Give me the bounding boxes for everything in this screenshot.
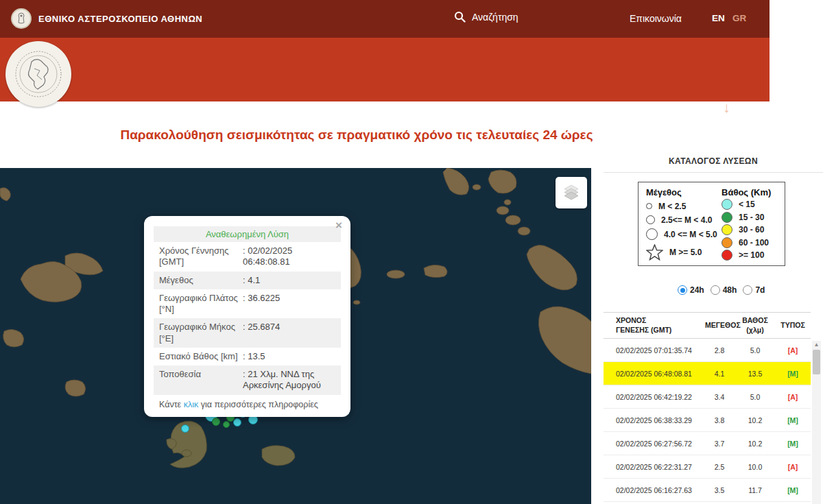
- table-cell: 02/02/2025 06:22:31.27: [604, 463, 705, 471]
- legend-depth-label: 15 - 30: [739, 213, 764, 222]
- table-cell: 13.5: [734, 370, 776, 378]
- popup-footer-text2: για περισσότερες πληροφορίες: [198, 400, 318, 409]
- table-header-cell: ΒΑΘΟΣ(χλμ): [734, 316, 776, 335]
- legend-magnitude-item: M < 2.5: [646, 202, 721, 211]
- lang-gr-link[interactable]: GR: [732, 13, 746, 23]
- earthquake-marker[interactable]: [233, 418, 241, 427]
- depth-color-icon: [721, 237, 732, 248]
- table-cell: 10.0: [734, 463, 776, 471]
- legend-depth-item: 60 - 100: [721, 237, 778, 248]
- earthquake-marker[interactable]: [181, 424, 189, 433]
- earthquake-marker[interactable]: [223, 421, 230, 428]
- table-cell: 2.8: [705, 346, 734, 355]
- table-body: 02/02/2025 07:01:35.742.85.0[A]02/02/202…: [604, 339, 811, 502]
- popup-row: Εστιακό Βάθος [km]: 13.5: [154, 348, 341, 365]
- table-cell: 3.8: [705, 416, 734, 424]
- seismicity-map[interactable]: × Αναθεωρημένη Λύση Χρόνος Γέννησης [GMT…: [0, 168, 591, 504]
- legend-depth-item: < 15: [721, 199, 778, 210]
- popup-row: Γεωγραφικό Μήκος [°E]: 25.6874: [154, 318, 341, 348]
- magnitude-circle-icon: [646, 215, 655, 224]
- scrollbar-up-icon[interactable]: ▲: [812, 341, 821, 349]
- map-layers-button[interactable]: [556, 177, 587, 208]
- search-button[interactable]: Αναζήτηση: [454, 11, 518, 23]
- star-icon: [646, 244, 663, 261]
- popup-row-value: : 36.6225: [243, 293, 337, 315]
- close-icon[interactable]: ×: [335, 219, 342, 231]
- radio-selected-dot: [680, 288, 685, 293]
- legend-magnitude-label: M < 2.5: [658, 202, 686, 211]
- nav-item-3[interactable]: Δίκτυα & Εξοπλισμός: [549, 102, 642, 113]
- table-row[interactable]: 02/02/2025 06:42:19.223.45.0[A]: [604, 385, 811, 409]
- more-info-link[interactable]: κλικ: [184, 400, 199, 409]
- table-cell: 11.7: [734, 486, 776, 494]
- scrollbar-thumb[interactable]: [813, 350, 820, 374]
- earthquake-marker[interactable]: [212, 418, 220, 426]
- magnitude-circle-icon: [646, 203, 652, 209]
- table-cell: 02/02/2025 06:27:56.72: [604, 440, 705, 448]
- legend-magnitude-item: 2.5<= M < 4.0: [646, 215, 721, 225]
- nav-item-4[interactable]: Νέα: [674, 102, 691, 113]
- table-scrollbar[interactable]: ▲: [812, 341, 821, 504]
- table-cell: [M]: [776, 440, 809, 448]
- table-row[interactable]: 02/02/2025 07:01:35.742.85.0[A]: [604, 339, 811, 362]
- institute-seal-logo[interactable]: [5, 41, 71, 107]
- table-row[interactable]: 02/02/2025 06:38:33.293.810.2[M]: [604, 409, 811, 432]
- time-filter-radio-7d[interactable]: [743, 285, 752, 295]
- search-icon: [454, 11, 466, 23]
- table-cell: 5.0: [734, 346, 776, 355]
- legend-depth-item: >= 100: [721, 250, 778, 261]
- legend-depth-label: 30 - 60: [739, 225, 764, 235]
- popup-row-value: : 02/02/2025 06:48:08.81: [243, 245, 337, 268]
- popup-row-label: Γεωγραφικό Μήκος [°E]: [159, 322, 243, 344]
- time-filter-label[interactable]: 7d: [755, 285, 765, 295]
- depth-color-icon: [721, 212, 732, 223]
- time-filter-label[interactable]: 48h: [723, 285, 737, 295]
- table-cell: 02/02/2025 06:42:19.22: [604, 393, 705, 401]
- popup-row-label: Χρόνος Γέννησης [GMT]: [159, 245, 243, 268]
- table-row[interactable]: 02/02/2025 06:27:56.723.710.2[M]: [604, 432, 811, 455]
- top-bar: ΕΘΝΙΚΟ ΑΣΤΕΡΟΣΚΟΠΕΙΟ ΑΘΗΝΩΝ Αναζήτηση Επ…: [0, 0, 770, 38]
- legend-depth-item: 30 - 60: [721, 224, 778, 235]
- legend-depth-column: Βάθος (Km) < 1515 - 3030 - 6060 - 100>= …: [721, 187, 778, 261]
- table-row[interactable]: 02/02/2025 06:16:27.633.511.7[M]: [604, 479, 811, 502]
- table-cell: [A]: [776, 393, 809, 401]
- catalog-title: ΚΑΤΑΛΟΓΟΣ ΛΥΣΕΩΝ: [604, 156, 823, 166]
- nav-item-2[interactable]: Υπηρεσίες: [470, 102, 517, 113]
- table-cell: 02/02/2025 06:48:08.81: [604, 370, 705, 378]
- legend-magnitude-label: 2.5<= M < 4.0: [661, 215, 712, 225]
- legend-depth-label: 60 - 100: [739, 238, 769, 248]
- search-label: Αναζήτηση: [472, 12, 518, 23]
- table-cell: [M]: [776, 370, 809, 378]
- table-cell: 3.5: [705, 486, 734, 494]
- observatory-seal-icon: [14, 12, 28, 25]
- legend-magnitude-item: M >= 5.0: [646, 244, 721, 261]
- observatory-logo[interactable]: [11, 8, 32, 29]
- table-header-cell: ΧΡΟΝΟΣΓΕΝΕΣΗΣ (GMT): [604, 316, 705, 335]
- time-filter-label[interactable]: 24h: [690, 285, 704, 295]
- nav-item-0[interactable]: Γεωδυναμικό Ινστιτούτο: [269, 102, 373, 113]
- lang-en-link[interactable]: EN: [712, 13, 725, 23]
- time-filter-radio-48h[interactable]: [711, 285, 720, 295]
- table-cell: 02/02/2025 06:16:27.63: [604, 486, 705, 494]
- contact-link[interactable]: Επικοινωνία: [630, 13, 682, 24]
- time-filter-radio-24h[interactable]: [678, 285, 687, 295]
- institute-name: ΓΕΩΔΥΝΑΜΙΚΟ ΙΝΣΤΙΤΟΥΤΟ: [77, 101, 226, 114]
- org-name: ΕΘΝΙΚΟ ΑΣΤΕΡΟΣΚΟΠΕΙΟ ΑΘΗΝΩΝ: [38, 14, 202, 24]
- nav-item-1[interactable]: Έρευνα: [405, 102, 439, 113]
- legend-box: Μέγεθος M < 2.52.5<= M < 4.04.0 <= M < 5…: [638, 182, 785, 266]
- legend-magnitude-label: M >= 5.0: [669, 248, 702, 257]
- legend-magnitude-item: 4.0 <= M < 5.0: [646, 228, 721, 240]
- scroll-down-arrow-icon[interactable]: ↓: [723, 99, 730, 116]
- table-row[interactable]: 02/02/2025 06:22:31.272.510.0[A]: [604, 455, 811, 479]
- earthquake-popup: × Αναθεωρημένη Λύση Χρόνος Γέννησης [GMT…: [144, 216, 350, 417]
- popup-row-value: : 13.5: [243, 351, 337, 362]
- popup-row-label: Τοποθεσία: [159, 369, 243, 392]
- legend-magnitude-column: Μέγεθος M < 2.52.5<= M < 4.04.0 <= M < 5…: [646, 187, 721, 261]
- popup-row: Μέγεθος: 4.1: [154, 272, 341, 289]
- table-cell: 3.4: [705, 393, 734, 401]
- table-row[interactable]: 02/02/2025 06:48:08.814.113.5[M]: [604, 362, 811, 385]
- table-cell: 2.5: [705, 463, 734, 471]
- table-cell: [A]: [776, 346, 809, 355]
- table-cell: [A]: [776, 463, 809, 471]
- popup-row: Τοποθεσία: 21 Χλμ. ΝΝΔ της Αρκεσίνης Αμο…: [154, 365, 341, 395]
